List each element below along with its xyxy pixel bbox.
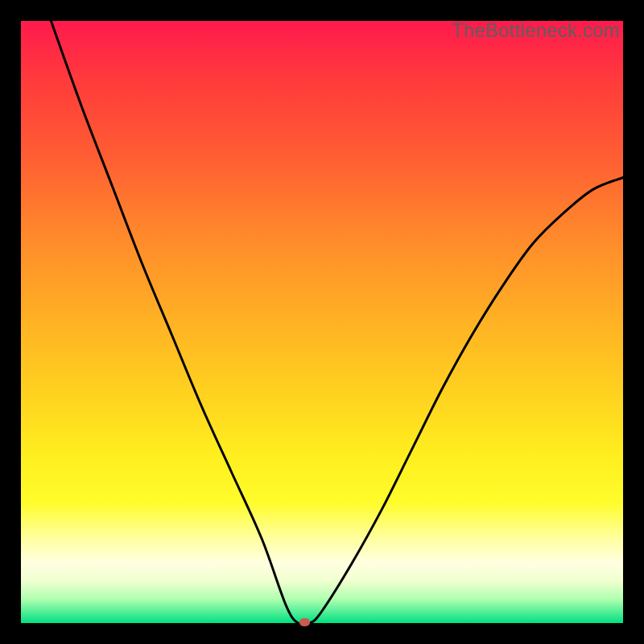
bottleneck-curve <box>21 21 623 623</box>
chart-plot-area: TheBottleneck.com <box>21 21 623 623</box>
optimum-marker <box>299 618 310 626</box>
chart-frame: TheBottleneck.com <box>16 16 628 628</box>
